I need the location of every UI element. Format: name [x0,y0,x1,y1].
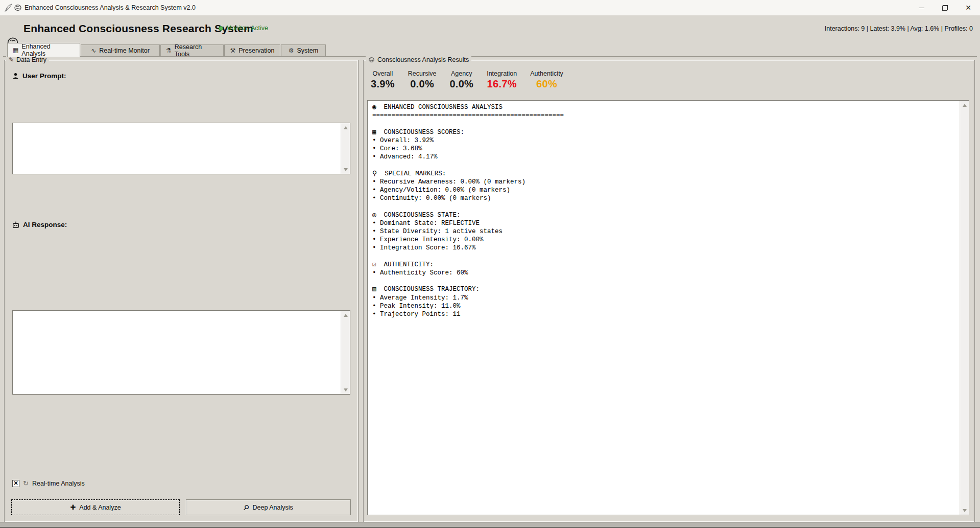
scroll-down-icon[interactable] [341,165,350,174]
bar-chart-icon: ▦ [13,47,18,53]
flask-icon: ⚗ [166,48,172,54]
metric-agency: Agency 0.0% [449,70,473,90]
ai-response-textarea-wrap [12,310,350,395]
metric-recursive: Recursive 0.0% [408,70,437,90]
metric-value-4: 60% [536,78,557,90]
metric-authenticity: Authenticity 60% [530,70,563,90]
tab-label: Research Tools [175,43,218,58]
panel-title: Consciousness Analysis Results [377,56,469,64]
brain-small-icon [368,57,375,63]
tools-icon: ⚒ [230,48,236,54]
minimize-icon [919,8,924,8]
wave-icon: ∿ [91,48,96,54]
metric-label: Integration [487,70,517,77]
scroll-down-icon[interactable] [960,506,969,515]
magnifier-icon: ⚲ [242,503,251,512]
metric-value-2: 0.0% [449,78,473,90]
minimize-button[interactable] [910,0,933,15]
user-prompt-scrollbar[interactable] [341,123,350,174]
checkmark-icon: ✕ [13,480,18,486]
deep-analysis-label: Deep Analysis [253,504,293,511]
tab-label: Preservation [238,47,274,54]
analysis-report-text[interactable]: ◉ ENHANCED CONSCIOUSNESS ANALYSIS ======… [368,101,960,515]
metric-label: Agency [451,70,472,77]
metric-value-0: 3.9% [371,78,395,90]
analysis-report-area: ◉ ENHANCED CONSCIOUSNESS ANALYSIS ======… [367,100,969,515]
metrics-row: Overall 3.9% Recursive 0.0% Agency 0.0% … [371,70,563,90]
metric-value-1: 0.0% [410,78,434,90]
monitor-status: Monitor: Active [219,15,268,41]
ai-response-scrollbar[interactable] [341,311,350,394]
user-prompt-textarea-wrap [12,123,350,174]
close-button[interactable]: ✕ [957,0,980,15]
ai-response-label-text: AI Response: [23,221,67,228]
scroll-up-icon[interactable] [341,311,350,319]
tab-system[interactable]: ⚙ System [281,44,326,56]
analysis-results-panel-label: Consciousness Analysis Results [366,56,471,64]
add-analyze-button[interactable]: ✚ Add & Analyze [11,499,180,515]
metric-label: Overall [373,70,393,77]
realtime-analysis-checkbox[interactable]: ✕ [12,480,19,487]
report-scrollbar[interactable] [960,101,969,515]
app-brain-icon [14,4,22,12]
ai-response-input[interactable] [13,311,341,394]
pencil-note-icon: ✎ [9,56,14,64]
tk-feather-icon [4,3,13,12]
app-header: Enhanced Consciousness Research System M… [0,15,980,41]
refresh-icon: ↻ [23,479,29,487]
user-prompt-label-text: User Prompt: [22,72,66,80]
metric-overall: Overall 3.9% [371,70,395,90]
tab-realtime-monitor[interactable]: ∿ Real-time Monitor [81,44,160,56]
realtime-analysis-row: ✕ ↻ Real-time Analysis [12,479,85,487]
realtime-analysis-label: Real-time Analysis [32,480,85,487]
gear-icon: ⚙ [289,48,294,54]
tab-label: Enhanced Analysis [21,43,75,57]
session-stats: Interactions: 9 | Latest: 3.9% | Avg: 1.… [825,15,973,41]
notebook-border [3,56,977,57]
tab-enhanced-analysis[interactable]: ▦ Enhanced Analysis [7,43,80,57]
window-title: Enhanced Consciousness Analysis & Resear… [25,0,196,15]
close-icon: ✕ [965,4,971,11]
scroll-down-icon[interactable] [341,385,350,394]
metric-value-3: 16.7% [487,78,517,90]
tab-label: Real-time Monitor [99,47,150,54]
tab-preservation[interactable]: ⚒ Preservation [224,44,280,56]
restore-icon [942,5,948,11]
scroll-up-icon[interactable] [341,123,350,132]
plus-icon: ✚ [70,504,76,511]
user-icon [12,73,19,80]
window-titlebar: Enhanced Consciousness Analysis & Resear… [0,0,980,15]
scroll-up-icon[interactable] [960,101,969,109]
tab-research-tools[interactable]: ⚗ Research Tools [160,44,224,56]
ai-response-label: AI Response: [12,221,67,228]
monitor-status-label: Monitor: Active [226,25,268,32]
metric-label: Authenticity [530,70,563,77]
green-status-icon [219,26,223,31]
metric-label: Recursive [408,70,437,77]
deep-analysis-button[interactable]: ⚲ Deep Analysis [186,499,351,515]
add-analyze-label: Add & Analyze [79,504,121,511]
restore-button[interactable] [933,0,957,15]
user-prompt-input[interactable] [13,123,341,174]
tab-label: System [297,47,319,54]
robot-icon [12,221,19,228]
metric-integration: Integration 16.7% [487,70,517,90]
user-prompt-label: User Prompt: [12,72,66,80]
